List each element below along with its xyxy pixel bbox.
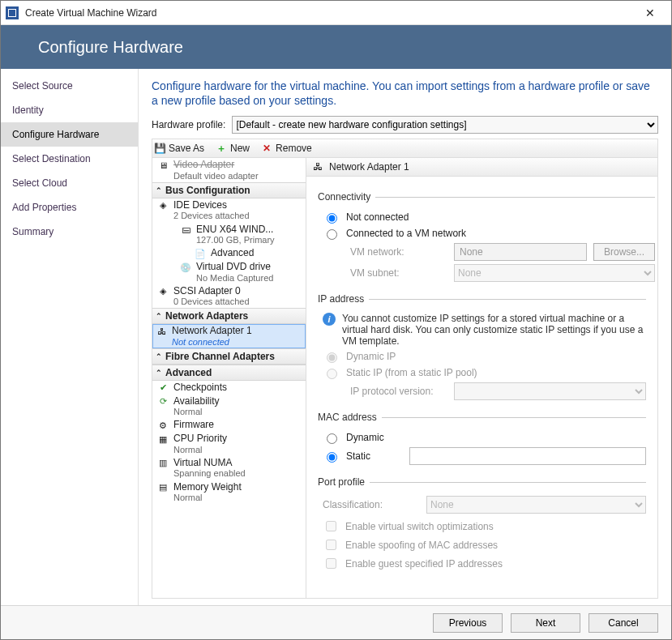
hardware-profile-select[interactable]: [Default - create new hardware configura… xyxy=(232,116,658,134)
label-connected: Connected to a VM network xyxy=(346,228,466,239)
wizard-nav: Select Source Identity Configure Hardwar… xyxy=(1,69,139,605)
tree-ide-devices[interactable]: ◈ IDE Devices 2 Devices attached xyxy=(152,198,306,223)
tree-checkpoints[interactable]: ✔ Checkpoints xyxy=(152,381,306,395)
nav-identity[interactable]: Identity xyxy=(1,98,138,122)
port-legend: Port profile xyxy=(318,476,370,488)
advanced-icon: 📄 xyxy=(195,248,206,259)
label-mac-static: Static xyxy=(346,450,403,462)
disk-icon: 🖴 xyxy=(180,224,191,236)
tree-video-adapter[interactable]: 🖥 Video Adapter Default video adapter xyxy=(152,158,306,182)
tree-fc-header[interactable]: ⌃Fibre Channel Adapters xyxy=(152,348,306,365)
collapse-icon: ⌃ xyxy=(156,312,162,320)
cancel-button[interactable]: Cancel xyxy=(589,613,658,633)
nic-icon: 🖧 xyxy=(156,326,167,337)
label-mac-dynamic: Dynamic xyxy=(346,432,384,443)
remove-icon: ✕ xyxy=(261,143,272,154)
numa-icon: ▥ xyxy=(157,458,169,469)
chk-guest-ip xyxy=(326,558,336,569)
chk-vswitch-opt xyxy=(326,521,336,531)
chk-mac-spoof xyxy=(326,540,336,550)
dvd-icon: 💿 xyxy=(180,262,191,273)
save-icon: 💾 xyxy=(154,143,165,154)
ip-note: You cannot customize IP settings for a s… xyxy=(342,313,646,347)
save-as-button[interactable]: 💾 Save As xyxy=(154,143,204,154)
memory-icon: ▤ xyxy=(157,482,169,493)
app-icon xyxy=(6,6,19,19)
classification-label: Classification: xyxy=(323,499,420,510)
toolbar: 💾 Save As ＋ New ✕ Remove xyxy=(152,139,658,158)
label-not-connected: Not connected xyxy=(346,211,409,223)
plus-icon: ＋ xyxy=(216,143,227,154)
intro-text: Configure hardware for the virtual machi… xyxy=(152,79,658,108)
remove-button[interactable]: ✕ Remove xyxy=(261,143,312,154)
nic-icon: 🖧 xyxy=(313,161,323,173)
tree-cpu-priority[interactable]: ▦ CPU Priority Normal xyxy=(152,432,306,456)
tree-virtual-numa[interactable]: ▥ Virtual NUMA Spanning enabled xyxy=(152,456,306,480)
tree-scsi[interactable]: ◈ SCSI Adapter 0 0 Devices attached xyxy=(152,284,306,309)
nav-configure-hardware[interactable]: Configure Hardware xyxy=(1,122,138,147)
vm-subnet-select: None xyxy=(454,264,655,282)
nav-select-source[interactable]: Select Source xyxy=(1,74,138,98)
main-pane: Configure hardware for the virtual machi… xyxy=(139,69,671,605)
collapse-icon: ⌃ xyxy=(156,352,162,361)
tree-video-title: Video Adapter xyxy=(173,159,259,170)
hardware-profile-label: Hardware profile: xyxy=(152,119,225,130)
tree-network-header[interactable]: ⌃Network Adapters xyxy=(152,308,306,324)
tree-bus-header[interactable]: ⌃Bus Configuration xyxy=(152,182,306,198)
window-title: Create Virtual Machine Wizard xyxy=(25,7,634,19)
radio-mac-dynamic[interactable] xyxy=(327,433,337,444)
label-dynamic-ip: Dynamic IP xyxy=(346,351,396,362)
nav-add-properties[interactable]: Add Properties xyxy=(1,195,138,220)
radio-static-ip xyxy=(327,369,337,379)
tree-memory-weight[interactable]: ▤ Memory Weight Normal xyxy=(152,480,306,505)
save-as-label: Save As xyxy=(169,143,204,154)
tree-video-sub: Default video adapter xyxy=(173,171,259,181)
radio-mac-static[interactable] xyxy=(327,452,337,463)
monitor-icon: 🖥 xyxy=(157,160,169,171)
nav-select-cloud[interactable]: Select Cloud xyxy=(1,171,138,195)
tree-firmware[interactable]: ⚙ Firmware xyxy=(152,418,306,432)
vm-network-label: VM network: xyxy=(350,246,447,258)
tree-advanced-header[interactable]: ⌃Advanced xyxy=(152,365,306,381)
connectivity-legend: Connectivity xyxy=(318,191,375,203)
ip-ver-label: IP protocol version: xyxy=(350,386,447,397)
new-button[interactable]: ＋ New xyxy=(216,143,250,154)
titlebar: Create Virtual Machine Wizard ✕ xyxy=(1,1,671,25)
tree-network-adapter-1[interactable]: 🖧 Network Adapter 1 Not connected xyxy=(152,324,306,348)
new-label: New xyxy=(230,143,250,154)
radio-connected[interactable] xyxy=(327,229,337,240)
checkpoint-icon: ✔ xyxy=(157,382,169,394)
label-guest-ip: Enable guest specified IP addresses xyxy=(345,558,503,570)
ide-icon: ◈ xyxy=(157,200,169,211)
label-mac-spoof: Enable spoofing of MAC addresses xyxy=(345,540,498,551)
close-button[interactable]: ✕ xyxy=(634,6,666,19)
banner: Configure Hardware xyxy=(1,25,671,69)
firmware-icon: ⚙ xyxy=(157,420,169,431)
tree-availability[interactable]: ⟳ Availability Normal xyxy=(152,395,306,419)
vm-network-input xyxy=(454,243,587,261)
radio-not-connected[interactable] xyxy=(327,213,337,224)
label-static-ip: Static IP (from a static IP pool) xyxy=(346,367,477,378)
mac-static-input[interactable] xyxy=(409,447,646,465)
footer: Previous Next Cancel xyxy=(1,605,671,639)
nav-select-destination[interactable]: Select Destination xyxy=(1,147,138,171)
browse-button: Browse... xyxy=(593,243,655,261)
ip-legend: IP address xyxy=(318,293,369,305)
detail-pane: 🖧 Network Adapter 1 Connectivity Not con… xyxy=(306,158,657,598)
tree-dvd[interactable]: 💿 Virtual DVD drive No Media Captured xyxy=(152,260,306,284)
tree-advanced-disk[interactable]: 📄 Advanced xyxy=(152,246,306,260)
vm-subnet-label: VM subnet: xyxy=(350,267,447,279)
scsi-icon: ◈ xyxy=(157,286,169,297)
previous-button[interactable]: Previous xyxy=(433,613,503,633)
hardware-tree[interactable]: 🖥 Video Adapter Default video adapter ⌃B… xyxy=(152,158,306,598)
collapse-icon: ⌃ xyxy=(156,186,162,194)
classification-select: None xyxy=(426,496,646,514)
remove-label: Remove xyxy=(276,143,312,154)
nav-summary[interactable]: Summary xyxy=(1,220,138,244)
label-vswitch-opt: Enable virtual switch optimizations xyxy=(345,521,494,532)
next-button[interactable]: Next xyxy=(511,613,580,633)
cpu-icon: ▦ xyxy=(157,433,169,445)
availability-icon: ⟳ xyxy=(157,396,169,407)
ip-ver-select xyxy=(454,382,646,400)
tree-disk[interactable]: 🖴 ENU X64 WIND... 127.00 GB, Primary xyxy=(152,223,306,247)
